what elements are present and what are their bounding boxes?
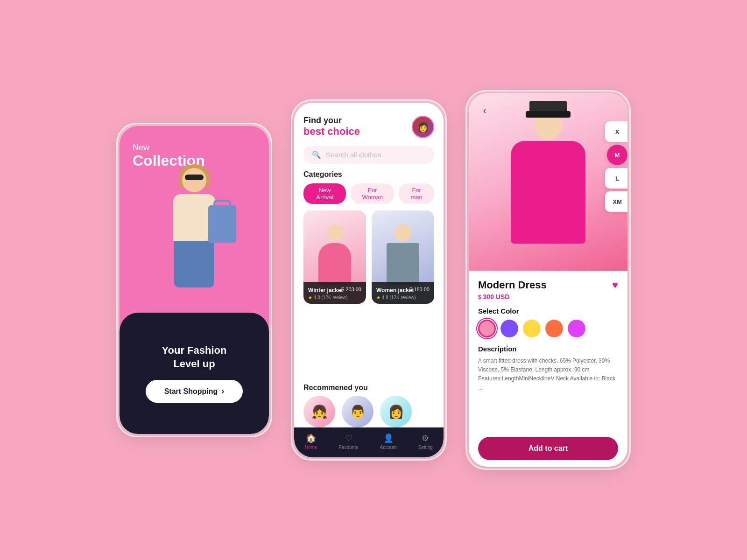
user-avatar[interactable]: 👩 (412, 116, 434, 138)
search-icon: 🔍 (312, 150, 321, 159)
phone1-badge: New (133, 143, 256, 153)
nav-home-label: Home (305, 445, 317, 450)
phone1-bottom-area: Your Fashion Level up Start Shopping › (120, 313, 269, 434)
phone2: Find your best choice 👩 🔍 Search all clo… (294, 103, 444, 457)
rec-person-3: 👩 (380, 396, 412, 427)
search-placeholder: Search all clothes (326, 151, 381, 159)
product-title: Modern Dress (478, 279, 547, 291)
hero-body (511, 141, 585, 244)
recommend-avatar-1[interactable]: 👧 (303, 396, 335, 427)
product-model-2 (384, 224, 422, 290)
hero-head (534, 112, 562, 140)
settings-icon: ⚙ (422, 433, 429, 443)
description-text: A smart fitted dress with checks. 65% Po… (478, 357, 618, 392)
nav-setting[interactable]: ⚙ Setting (418, 433, 433, 450)
category-new-arrival[interactable]: New Arrival (303, 183, 346, 204)
shopping-bag (208, 205, 236, 243)
size-m-active[interactable]: M (607, 145, 627, 165)
model-head-2 (395, 224, 411, 241)
phone3: ‹ X M (469, 93, 627, 467)
color-swatch-magenta[interactable] (568, 320, 585, 337)
star-icon-1: ★ (308, 295, 312, 300)
search-bar[interactable]: 🔍 Search all clothes (303, 146, 434, 164)
phone2-wrapper: Find your best choice 👩 🔍 Search all clo… (291, 99, 447, 461)
nav-favourite[interactable]: ♡ Favourite (339, 433, 359, 450)
size-selector: X M L XM (605, 121, 627, 212)
start-shopping-label: Start Shopping (164, 387, 218, 396)
phone3-wrapper: ‹ X M (465, 90, 631, 470)
product-content: Modern Dress ♥ $ 300 USD Select Color De… (469, 271, 627, 430)
size-l[interactable]: L (605, 168, 627, 189)
find-text: Find your (303, 116, 360, 126)
wishlist-heart-icon[interactable]: ♥ (612, 279, 618, 291)
woman-sunglasses (185, 175, 204, 180)
product-hero: ‹ X M (469, 93, 627, 271)
product-card-2[interactable]: Women jacket $ 180.00 ★ 4.8 (12K review) (372, 210, 434, 304)
color-swatch-yellow[interactable] (523, 320, 541, 337)
phone1-tagline: Your Fashion Level up (162, 344, 227, 371)
product-card-1[interactable]: Winter jacket $ 203.00 ★ 4.8 (12K review… (303, 210, 366, 304)
hero-model (469, 93, 627, 271)
size-x[interactable]: X (605, 121, 627, 142)
model-body-2 (387, 243, 419, 285)
color-swatch-pink[interactable] (478, 320, 496, 337)
product-price-1: $ 203.00 (341, 287, 361, 292)
categories-label: Categories (294, 170, 444, 183)
recommend-avatar-2[interactable]: 👨 (342, 396, 374, 427)
woman-jeans (174, 241, 214, 287)
product-info-1: Winter jacket $ 203.00 ★ 4.8 (12K review… (303, 282, 366, 304)
phone1-header: New Collection (120, 126, 269, 169)
product-rating-1: ★ 4.8 (12K review) (308, 295, 361, 300)
back-chevron-icon: ‹ (483, 105, 486, 116)
header-text: Find your best choice (303, 116, 360, 138)
arrow-icon: › (221, 386, 224, 396)
nav-setting-label: Setting (418, 445, 433, 450)
product-rating-2: ★ 4.8 (12K review) (376, 295, 430, 300)
nav-home[interactable]: 🏠 Home (305, 433, 317, 450)
recommend-label: Recommened you (294, 378, 444, 396)
phone1-screen: New Collection Your Fashion (120, 126, 269, 434)
bottom-nav: 🏠 Home ♡ Favourite 👤 Account ⚙ Setting (294, 427, 444, 457)
rec-person-1: 👧 (303, 396, 335, 427)
description-label: Description (478, 345, 618, 353)
size-xm[interactable]: XM (605, 191, 627, 212)
color-swatch-orange[interactable] (545, 320, 563, 337)
hero-hat (529, 101, 567, 115)
product-title-row: Modern Dress ♥ (478, 279, 618, 291)
best-choice-text: best choice (303, 126, 360, 138)
phone2-header: Find your best choice 👩 (294, 103, 444, 144)
star-icon-2: ★ (376, 295, 381, 300)
phone2-screen: Find your best choice 👩 🔍 Search all clo… (294, 103, 444, 457)
nav-account[interactable]: 👤 Account (380, 433, 397, 450)
products-grid: Winter jacket $ 203.00 ★ 4.8 (12K review… (294, 210, 444, 378)
woman-figure (148, 168, 241, 308)
categories-pills: New Arrival For Woman For man (294, 183, 444, 210)
product-info-2: Women jacket $ 180.00 ★ 4.8 (12K review) (372, 282, 434, 304)
phone1: New Collection Your Fashion (120, 126, 269, 434)
currency-symbol: $ (478, 294, 481, 301)
start-shopping-button[interactable]: Start Shopping › (146, 380, 243, 403)
product-name-2: Women jacket (376, 287, 414, 294)
hero-illustration (124, 168, 264, 308)
home-icon: 🏠 (306, 433, 316, 443)
add-to-cart-button[interactable]: Add to cart (478, 437, 618, 460)
woman-head (182, 168, 206, 192)
price-value: 300 USD (483, 293, 510, 301)
color-swatch-purple[interactable] (500, 320, 518, 337)
product-price-detail: $ 300 USD (478, 293, 618, 301)
recommend-avatar-3[interactable]: 👩 (380, 396, 412, 427)
avatar-image: 👩 (413, 117, 433, 137)
model-head-1 (326, 224, 343, 241)
product-name-1: Winter jacket (308, 287, 343, 294)
product-model-1 (316, 224, 353, 290)
back-button[interactable]: ‹ (477, 103, 492, 118)
select-color-label: Select Color (478, 307, 618, 315)
hero-model-shape (492, 112, 604, 271)
color-swatches (478, 320, 618, 337)
category-for-woman[interactable]: For Woman (351, 183, 394, 204)
category-for-man[interactable]: For man (399, 183, 434, 204)
nav-account-label: Account (380, 445, 397, 450)
heart-icon: ♡ (345, 433, 352, 443)
rec-person-2: 👨 (342, 396, 374, 427)
phone3-screen: ‹ X M (469, 93, 627, 467)
